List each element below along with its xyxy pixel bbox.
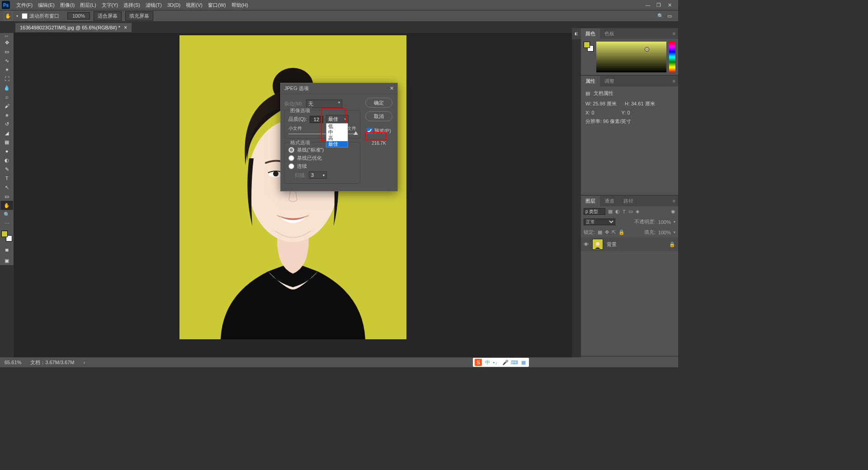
adjustments-tab[interactable]: 调整 <box>600 76 619 86</box>
fill-value[interactable]: 100% <box>658 230 671 235</box>
ime-keyboard-icon[interactable]: ⌨ <box>511 359 518 366</box>
menu-type[interactable]: 文字(Y) <box>99 2 121 9</box>
shape-tool[interactable]: ▭ <box>0 192 13 201</box>
hue-strip[interactable] <box>669 42 675 72</box>
filter-image-icon[interactable]: ▦ <box>608 209 613 214</box>
fit-screen-button[interactable]: 适合屏幕 <box>94 11 122 21</box>
lock-all-icon[interactable]: 🔒 <box>618 229 625 235</box>
tools-collapse-icon[interactable]: ▸▸ <box>5 34 9 38</box>
stamp-tool[interactable]: ⎈ <box>0 110 13 119</box>
hand-tool[interactable]: ✋ <box>0 201 13 210</box>
window-minimize-button[interactable]: — <box>645 2 651 8</box>
panel-menu-icon[interactable]: ≡ <box>670 78 678 84</box>
menu-3d[interactable]: 3D(D) <box>165 2 183 8</box>
window-restore-button[interactable]: ❐ <box>656 2 662 8</box>
layer-lock-icon[interactable]: 🔒 <box>669 242 675 247</box>
healing-brush-tool[interactable]: ⌕ <box>0 92 13 101</box>
layer-visibility-icon[interactable]: 👁 <box>584 242 589 247</box>
scroll-all-windows-checkbox[interactable]: 滚动所有窗口 <box>22 13 59 19</box>
lasso-tool[interactable]: ∿ <box>0 56 13 65</box>
quality-option-best[interactable]: 最佳 <box>326 141 348 147</box>
search-icon[interactable]: 🔍 <box>657 13 664 19</box>
panel-menu-icon[interactable]: ≡ <box>670 198 678 204</box>
properties-tab[interactable]: 属性 <box>581 76 600 86</box>
lock-pixels-icon[interactable]: ▦ <box>598 229 602 235</box>
tool-preset-dropdown-icon[interactable]: ▾ <box>16 14 18 18</box>
blur-tool[interactable]: ● <box>0 147 13 156</box>
screen-mode-icon[interactable]: ▣ <box>0 256 13 265</box>
gradient-tool[interactable]: ▦ <box>0 138 13 147</box>
quality-slider-handle[interactable] <box>354 131 358 135</box>
status-zoom[interactable]: 65.61% <box>5 360 21 365</box>
opacity-value[interactable]: 100% <box>658 219 671 225</box>
workspace-icon[interactable]: ▭ <box>667 13 672 19</box>
status-arrow-icon[interactable]: › <box>84 360 85 365</box>
document-tab[interactable]: 1636498023G2TIMS.jpg @ 65.6%(RGB/8#) * × <box>15 23 132 32</box>
menu-filter[interactable]: 滤镜(T) <box>143 2 165 9</box>
marquee-tool[interactable]: ▭ <box>0 47 13 56</box>
scroll-all-checkbox-input[interactable] <box>22 13 28 19</box>
eraser-tool[interactable]: ◢ <box>0 128 13 138</box>
layer-name[interactable]: 背景 <box>607 241 617 248</box>
crop-tool[interactable]: ⛶ <box>0 74 13 83</box>
eyedropper-tool[interactable]: 💧 <box>0 83 13 92</box>
menu-edit[interactable]: 编辑(E) <box>35 2 57 9</box>
ime-grid-icon[interactable]: ▦ <box>520 359 527 366</box>
filter-shape-icon[interactable]: ▭ <box>628 209 633 214</box>
swatches-tab[interactable]: 色板 <box>600 28 619 39</box>
brush-tool[interactable]: 🖌 <box>0 101 13 110</box>
ok-button[interactable]: 确定 <box>365 98 392 108</box>
paths-tab[interactable]: 路径 <box>619 196 638 206</box>
type-tool[interactable]: T <box>0 174 13 183</box>
window-close-button[interactable]: ✕ <box>666 2 673 8</box>
menu-help[interactable]: 帮助(H) <box>229 2 251 9</box>
status-doc-size[interactable]: 文档：3.67M/3.67M <box>30 359 74 366</box>
path-selection-tool[interactable]: ↖ <box>0 183 13 192</box>
color-field[interactable] <box>596 42 666 72</box>
menu-window[interactable]: 窗口(W) <box>205 2 229 9</box>
layer-row[interactable]: 👁 背景 🔒 <box>581 237 678 251</box>
menu-select[interactable]: 选择(S) <box>121 2 143 9</box>
dodge-tool[interactable]: ◐ <box>0 156 13 165</box>
menu-file[interactable]: 文件(F) <box>14 2 35 9</box>
ime-punct-icon[interactable]: •』 <box>493 359 500 366</box>
cancel-button[interactable]: 取消 <box>365 111 392 121</box>
ime-zh-icon[interactable]: 中 <box>484 359 491 366</box>
layer-filter-input[interactable] <box>584 208 605 215</box>
zoom-percent-button[interactable]: 100% <box>67 12 90 19</box>
collapsed-panel-icon[interactable]: ◧ <box>572 28 581 39</box>
foreground-color-swatch[interactable] <box>1 231 8 237</box>
menu-layer[interactable]: 图层(L) <box>77 2 99 9</box>
chevron-down-icon[interactable]: ▾ <box>674 230 675 234</box>
foreground-background-swatches[interactable] <box>1 231 12 242</box>
magic-wand-tool[interactable]: ✶ <box>0 65 13 74</box>
ime-s-icon[interactable]: S <box>475 359 482 366</box>
blend-mode-select[interactable]: 正常 <box>584 218 615 225</box>
document-tab-close-icon[interactable]: × <box>124 24 127 31</box>
move-tool[interactable]: ✥ <box>0 38 13 47</box>
ime-mic-icon[interactable]: 🎤 <box>502 359 509 366</box>
chevron-down-icon[interactable]: ▾ <box>674 220 675 224</box>
filter-type-icon[interactable]: T <box>623 209 626 214</box>
color-picker-ring[interactable] <box>645 47 649 52</box>
filter-adjust-icon[interactable]: ◐ <box>615 209 620 214</box>
hand-tool-icon[interactable]: ✋ <box>4 11 13 20</box>
layer-thumbnail[interactable] <box>592 239 603 250</box>
baseline-radio[interactable] <box>288 147 294 153</box>
quality-option-low[interactable]: 低 <box>326 123 348 129</box>
dialog-close-icon[interactable]: ✕ <box>390 85 394 91</box>
pen-tool[interactable]: ✎ <box>0 165 13 174</box>
panel-menu-icon[interactable]: ≡ <box>670 31 678 36</box>
filter-toggle-icon[interactable]: ◉ <box>671 209 675 214</box>
history-brush-tool[interactable]: ↺ <box>0 119 13 128</box>
foreground-swatch[interactable] <box>584 42 590 48</box>
fill-screen-button[interactable]: 填充屏幕 <box>125 11 153 21</box>
baseline-optimized-radio[interactable] <box>288 155 294 161</box>
menu-view[interactable]: 视图(V) <box>183 2 205 9</box>
quality-option-medium[interactable]: 中 <box>326 129 348 135</box>
quick-mask-icon[interactable]: ◙ <box>0 245 13 254</box>
filter-smart-icon[interactable]: ◈ <box>636 209 639 214</box>
lock-artboard-icon[interactable]: ⇱ <box>612 229 616 235</box>
channels-tab[interactable]: 通道 <box>600 196 619 206</box>
progressive-radio[interactable] <box>288 163 294 169</box>
